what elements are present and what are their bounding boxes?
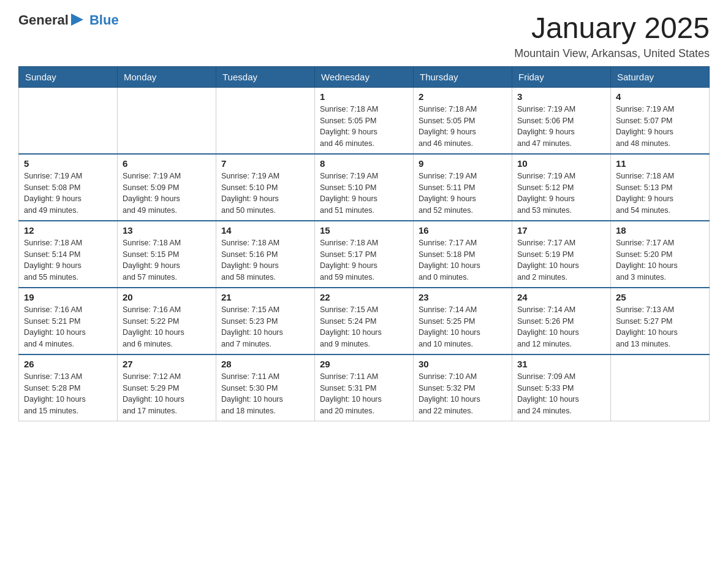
day-info: Sunrise: 7:11 AM Sunset: 5:30 PM Dayligh… [221, 371, 309, 417]
page-header: General Blue January 2025 Mountain View,… [18, 12, 710, 60]
day-of-week-header: Saturday [611, 66, 710, 87]
day-of-week-header: Monday [118, 66, 216, 87]
day-number: 10 [517, 158, 605, 169]
day-number: 8 [320, 158, 408, 169]
calendar-day-cell [118, 87, 216, 154]
calendar-day-cell: 11Sunrise: 7:18 AM Sunset: 5:13 PM Dayli… [611, 154, 710, 221]
day-info: Sunrise: 7:18 AM Sunset: 5:13 PM Dayligh… [616, 170, 704, 216]
calendar-header: SundayMondayTuesdayWednesdayThursdayFrid… [19, 66, 710, 87]
day-info: Sunrise: 7:19 AM Sunset: 5:09 PM Dayligh… [123, 170, 211, 216]
calendar-day-cell: 21Sunrise: 7:15 AM Sunset: 5:23 PM Dayli… [216, 288, 315, 354]
logo: General Blue [18, 12, 119, 28]
month-title: January 2025 [514, 12, 710, 45]
calendar-day-cell: 25Sunrise: 7:13 AM Sunset: 5:27 PM Dayli… [611, 288, 710, 354]
calendar-day-cell: 20Sunrise: 7:16 AM Sunset: 5:22 PM Dayli… [118, 288, 216, 354]
calendar-week-row: 5Sunrise: 7:19 AM Sunset: 5:08 PM Daylig… [19, 154, 710, 221]
location-title: Mountain View, Arkansas, United States [514, 47, 710, 60]
day-number: 19 [24, 292, 112, 302]
day-info: Sunrise: 7:19 AM Sunset: 5:08 PM Dayligh… [24, 170, 112, 216]
calendar-week-row: 1Sunrise: 7:18 AM Sunset: 5:05 PM Daylig… [19, 87, 710, 154]
calendar-day-cell: 4Sunrise: 7:19 AM Sunset: 5:07 PM Daylig… [611, 87, 710, 154]
calendar-week-row: 19Sunrise: 7:16 AM Sunset: 5:21 PM Dayli… [19, 288, 710, 354]
calendar-day-cell: 19Sunrise: 7:16 AM Sunset: 5:21 PM Dayli… [19, 288, 118, 354]
day-number: 31 [517, 359, 605, 369]
calendar-body: 1Sunrise: 7:18 AM Sunset: 5:05 PM Daylig… [19, 87, 710, 421]
day-info: Sunrise: 7:19 AM Sunset: 5:11 PM Dayligh… [419, 170, 507, 216]
calendar-week-row: 12Sunrise: 7:18 AM Sunset: 5:14 PM Dayli… [19, 221, 710, 288]
day-number: 9 [419, 158, 507, 169]
calendar-day-cell: 23Sunrise: 7:14 AM Sunset: 5:25 PM Dayli… [414, 288, 512, 354]
calendar-day-cell: 29Sunrise: 7:11 AM Sunset: 5:31 PM Dayli… [315, 354, 414, 421]
day-number: 23 [419, 292, 507, 302]
day-info: Sunrise: 7:18 AM Sunset: 5:05 PM Dayligh… [419, 104, 507, 150]
calendar-day-cell: 27Sunrise: 7:12 AM Sunset: 5:29 PM Dayli… [118, 354, 216, 421]
calendar-day-cell: 9Sunrise: 7:19 AM Sunset: 5:11 PM Daylig… [414, 154, 512, 221]
day-number: 22 [320, 292, 408, 302]
calendar-day-cell: 6Sunrise: 7:19 AM Sunset: 5:09 PM Daylig… [118, 154, 216, 221]
calendar-day-cell: 8Sunrise: 7:19 AM Sunset: 5:10 PM Daylig… [315, 154, 414, 221]
day-number: 17 [517, 225, 605, 236]
day-number: 21 [221, 292, 309, 302]
day-info: Sunrise: 7:13 AM Sunset: 5:28 PM Dayligh… [24, 371, 112, 417]
calendar-day-cell: 5Sunrise: 7:19 AM Sunset: 5:08 PM Daylig… [19, 154, 118, 221]
day-number: 12 [24, 225, 112, 236]
day-number: 27 [123, 359, 211, 369]
day-number: 3 [517, 91, 605, 102]
calendar-day-cell: 28Sunrise: 7:11 AM Sunset: 5:30 PM Dayli… [216, 354, 315, 421]
day-info: Sunrise: 7:12 AM Sunset: 5:29 PM Dayligh… [123, 371, 211, 417]
day-info: Sunrise: 7:17 AM Sunset: 5:19 PM Dayligh… [517, 237, 605, 283]
day-number: 25 [616, 292, 704, 302]
calendar-day-cell: 30Sunrise: 7:10 AM Sunset: 5:32 PM Dayli… [414, 354, 512, 421]
day-number: 13 [123, 225, 211, 236]
calendar-day-cell: 14Sunrise: 7:18 AM Sunset: 5:16 PM Dayli… [216, 221, 315, 288]
day-number: 6 [123, 158, 211, 169]
day-info: Sunrise: 7:18 AM Sunset: 5:14 PM Dayligh… [24, 237, 112, 283]
day-info: Sunrise: 7:10 AM Sunset: 5:32 PM Dayligh… [419, 371, 507, 417]
day-of-week-header: Thursday [414, 66, 512, 87]
title-area: January 2025 Mountain View, Arkansas, Un… [514, 12, 710, 60]
day-info: Sunrise: 7:16 AM Sunset: 5:21 PM Dayligh… [24, 304, 112, 350]
day-number: 20 [123, 292, 211, 302]
day-number: 28 [221, 359, 309, 369]
calendar-day-cell: 12Sunrise: 7:18 AM Sunset: 5:14 PM Dayli… [19, 221, 118, 288]
day-info: Sunrise: 7:19 AM Sunset: 5:07 PM Dayligh… [616, 104, 704, 150]
day-number: 11 [616, 158, 704, 169]
day-number: 2 [419, 91, 507, 102]
day-info: Sunrise: 7:14 AM Sunset: 5:25 PM Dayligh… [419, 304, 507, 350]
day-info: Sunrise: 7:14 AM Sunset: 5:26 PM Dayligh… [517, 304, 605, 350]
day-info: Sunrise: 7:17 AM Sunset: 5:20 PM Dayligh… [616, 237, 704, 283]
day-number: 16 [419, 225, 507, 236]
calendar-day-cell: 18Sunrise: 7:17 AM Sunset: 5:20 PM Dayli… [611, 221, 710, 288]
calendar-day-cell: 13Sunrise: 7:18 AM Sunset: 5:15 PM Dayli… [118, 221, 216, 288]
calendar-day-cell: 15Sunrise: 7:18 AM Sunset: 5:17 PM Dayli… [315, 221, 414, 288]
day-info: Sunrise: 7:13 AM Sunset: 5:27 PM Dayligh… [616, 304, 704, 350]
day-number: 29 [320, 359, 408, 369]
day-number: 15 [320, 225, 408, 236]
day-of-week-header: Sunday [19, 66, 118, 87]
day-of-week-header: Wednesday [315, 66, 414, 87]
day-info: Sunrise: 7:17 AM Sunset: 5:18 PM Dayligh… [419, 237, 507, 283]
day-info: Sunrise: 7:11 AM Sunset: 5:31 PM Dayligh… [320, 371, 408, 417]
calendar-day-cell: 31Sunrise: 7:09 AM Sunset: 5:33 PM Dayli… [512, 354, 611, 421]
day-number: 4 [616, 91, 704, 102]
logo-text-blue: Blue [89, 12, 119, 28]
day-number: 1 [320, 91, 408, 102]
day-of-week-header: Tuesday [216, 66, 315, 87]
logo-triangle-icon [71, 13, 85, 27]
svg-marker-0 [71, 13, 83, 26]
day-info: Sunrise: 7:15 AM Sunset: 5:24 PM Dayligh… [320, 304, 408, 350]
calendar-day-cell: 7Sunrise: 7:19 AM Sunset: 5:10 PM Daylig… [216, 154, 315, 221]
calendar-day-cell: 1Sunrise: 7:18 AM Sunset: 5:05 PM Daylig… [315, 87, 414, 154]
calendar-day-cell: 24Sunrise: 7:14 AM Sunset: 5:26 PM Dayli… [512, 288, 611, 354]
logo-text-general: General [18, 12, 69, 28]
calendar-day-cell: 3Sunrise: 7:19 AM Sunset: 5:06 PM Daylig… [512, 87, 611, 154]
day-info: Sunrise: 7:19 AM Sunset: 5:10 PM Dayligh… [221, 170, 309, 216]
day-number: 26 [24, 359, 112, 369]
day-info: Sunrise: 7:18 AM Sunset: 5:16 PM Dayligh… [221, 237, 309, 283]
calendar-day-cell: 17Sunrise: 7:17 AM Sunset: 5:19 PM Dayli… [512, 221, 611, 288]
day-number: 5 [24, 158, 112, 169]
calendar-table: SundayMondayTuesdayWednesdayThursdayFrid… [18, 66, 710, 421]
calendar-day-cell: 22Sunrise: 7:15 AM Sunset: 5:24 PM Dayli… [315, 288, 414, 354]
day-info: Sunrise: 7:19 AM Sunset: 5:06 PM Dayligh… [517, 104, 605, 150]
calendar-day-cell [19, 87, 118, 154]
